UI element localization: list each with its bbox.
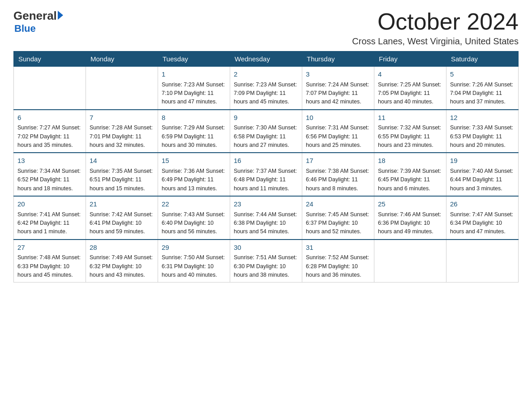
day-info: Sunrise: 7:41 AM Sunset: 6:42 PM Dayligh… — [17, 210, 82, 236]
table-row: 4Sunrise: 7:25 AM Sunset: 7:05 PM Daylig… — [374, 67, 446, 110]
title-section: October 2024 Cross Lanes, West Virginia,… — [352, 9, 519, 47]
day-number: 1 — [162, 69, 226, 80]
table-row: 27Sunrise: 7:48 AM Sunset: 6:33 PM Dayli… — [14, 240, 86, 283]
day-number: 30 — [234, 243, 298, 253]
day-info: Sunrise: 7:31 AM Sunset: 6:56 PM Dayligh… — [306, 124, 370, 150]
col-header-saturday: Saturday — [446, 51, 519, 67]
col-header-monday: Monday — [86, 51, 158, 67]
day-number: 17 — [306, 156, 370, 166]
day-number: 10 — [306, 113, 370, 123]
table-row: 22Sunrise: 7:43 AM Sunset: 6:40 PM Dayli… — [158, 196, 230, 240]
day-info: Sunrise: 7:26 AM Sunset: 7:04 PM Dayligh… — [450, 81, 515, 107]
table-row: 6Sunrise: 7:27 AM Sunset: 7:02 PM Daylig… — [14, 110, 86, 153]
table-row: 21Sunrise: 7:42 AM Sunset: 6:41 PM Dayli… — [86, 196, 158, 240]
day-info: Sunrise: 7:29 AM Sunset: 6:59 PM Dayligh… — [162, 124, 226, 150]
day-number: 19 — [450, 156, 515, 166]
logo-arrow-icon — [58, 11, 63, 20]
col-header-friday: Friday — [374, 51, 446, 67]
table-row: 31Sunrise: 7:52 AM Sunset: 6:28 PM Dayli… — [302, 240, 374, 283]
table-row: 9Sunrise: 7:30 AM Sunset: 6:58 PM Daylig… — [230, 110, 302, 153]
table-row — [14, 67, 86, 110]
table-row — [374, 240, 446, 283]
table-row: 18Sunrise: 7:39 AM Sunset: 6:45 PM Dayli… — [374, 153, 446, 196]
calendar-table: Sunday Monday Tuesday Wednesday Thursday… — [13, 51, 519, 283]
day-number: 25 — [378, 199, 442, 210]
table-row: 17Sunrise: 7:38 AM Sunset: 6:46 PM Dayli… — [302, 153, 374, 196]
table-row: 30Sunrise: 7:51 AM Sunset: 6:30 PM Dayli… — [230, 240, 302, 283]
day-info: Sunrise: 7:32 AM Sunset: 6:55 PM Dayligh… — [378, 124, 442, 150]
day-info: Sunrise: 7:51 AM Sunset: 6:30 PM Dayligh… — [234, 253, 298, 279]
day-info: Sunrise: 7:37 AM Sunset: 6:48 PM Dayligh… — [234, 167, 298, 193]
table-row: 12Sunrise: 7:33 AM Sunset: 6:53 PM Dayli… — [446, 110, 519, 153]
day-info: Sunrise: 7:25 AM Sunset: 7:05 PM Dayligh… — [378, 81, 442, 107]
table-row: 8Sunrise: 7:29 AM Sunset: 6:59 PM Daylig… — [158, 110, 230, 153]
table-row: 24Sunrise: 7:45 AM Sunset: 6:37 PM Dayli… — [302, 196, 374, 240]
calendar-week-row: 27Sunrise: 7:48 AM Sunset: 6:33 PM Dayli… — [14, 240, 519, 283]
day-number: 5 — [450, 69, 515, 80]
day-number: 23 — [234, 199, 298, 210]
day-info: Sunrise: 7:38 AM Sunset: 6:46 PM Dayligh… — [306, 167, 370, 193]
day-info: Sunrise: 7:30 AM Sunset: 6:58 PM Dayligh… — [234, 124, 298, 150]
day-number: 20 — [17, 199, 82, 210]
col-header-wednesday: Wednesday — [230, 51, 302, 67]
logo-general-text: General — [13, 9, 57, 23]
day-number: 16 — [234, 156, 298, 166]
day-number: 2 — [234, 69, 298, 80]
table-row: 26Sunrise: 7:47 AM Sunset: 6:34 PM Dayli… — [446, 196, 519, 240]
day-info: Sunrise: 7:23 AM Sunset: 7:10 PM Dayligh… — [162, 81, 226, 107]
logo-blue-text: Blue — [14, 23, 63, 34]
day-number: 6 — [17, 113, 82, 123]
day-info: Sunrise: 7:45 AM Sunset: 6:37 PM Dayligh… — [306, 210, 370, 236]
day-number: 4 — [378, 69, 442, 80]
day-number: 7 — [90, 113, 154, 123]
day-info: Sunrise: 7:49 AM Sunset: 6:32 PM Dayligh… — [90, 253, 154, 279]
day-number: 8 — [162, 113, 226, 123]
page-header: General Blue October 2024 Cross Lanes, W… — [13, 9, 519, 47]
calendar-week-row: 6Sunrise: 7:27 AM Sunset: 7:02 PM Daylig… — [14, 110, 519, 153]
day-info: Sunrise: 7:28 AM Sunset: 7:01 PM Dayligh… — [90, 124, 154, 150]
day-number: 22 — [162, 199, 226, 210]
day-info: Sunrise: 7:40 AM Sunset: 6:44 PM Dayligh… — [450, 167, 515, 193]
table-row: 5Sunrise: 7:26 AM Sunset: 7:04 PM Daylig… — [446, 67, 519, 110]
table-row: 7Sunrise: 7:28 AM Sunset: 7:01 PM Daylig… — [86, 110, 158, 153]
day-number: 29 — [162, 243, 226, 253]
day-info: Sunrise: 7:42 AM Sunset: 6:41 PM Dayligh… — [90, 210, 154, 236]
day-info: Sunrise: 7:35 AM Sunset: 6:51 PM Dayligh… — [90, 167, 154, 193]
table-row: 16Sunrise: 7:37 AM Sunset: 6:48 PM Dayli… — [230, 153, 302, 196]
table-row: 25Sunrise: 7:46 AM Sunset: 6:36 PM Dayli… — [374, 196, 446, 240]
calendar-week-row: 20Sunrise: 7:41 AM Sunset: 6:42 PM Dayli… — [14, 196, 519, 240]
day-number: 9 — [234, 113, 298, 123]
day-number: 27 — [17, 243, 82, 253]
day-info: Sunrise: 7:36 AM Sunset: 6:49 PM Dayligh… — [162, 167, 226, 193]
month-title: October 2024 — [352, 9, 519, 34]
table-row — [446, 240, 519, 283]
col-header-tuesday: Tuesday — [158, 51, 230, 67]
day-number: 31 — [306, 243, 370, 253]
day-info: Sunrise: 7:39 AM Sunset: 6:45 PM Dayligh… — [378, 167, 442, 193]
table-row: 2Sunrise: 7:23 AM Sunset: 7:09 PM Daylig… — [230, 67, 302, 110]
day-number: 18 — [378, 156, 442, 166]
table-row: 10Sunrise: 7:31 AM Sunset: 6:56 PM Dayli… — [302, 110, 374, 153]
day-info: Sunrise: 7:47 AM Sunset: 6:34 PM Dayligh… — [450, 210, 515, 236]
table-row: 15Sunrise: 7:36 AM Sunset: 6:49 PM Dayli… — [158, 153, 230, 196]
calendar-week-row: 13Sunrise: 7:34 AM Sunset: 6:52 PM Dayli… — [14, 153, 519, 196]
day-info: Sunrise: 7:33 AM Sunset: 6:53 PM Dayligh… — [450, 124, 515, 150]
table-row: 14Sunrise: 7:35 AM Sunset: 6:51 PM Dayli… — [86, 153, 158, 196]
table-row: 20Sunrise: 7:41 AM Sunset: 6:42 PM Dayli… — [14, 196, 86, 240]
logo: General Blue — [13, 9, 63, 34]
day-info: Sunrise: 7:43 AM Sunset: 6:40 PM Dayligh… — [162, 210, 226, 236]
day-number: 28 — [90, 243, 154, 253]
calendar-week-row: 1Sunrise: 7:23 AM Sunset: 7:10 PM Daylig… — [14, 67, 519, 110]
table-row: 3Sunrise: 7:24 AM Sunset: 7:07 PM Daylig… — [302, 67, 374, 110]
table-row: 28Sunrise: 7:49 AM Sunset: 6:32 PM Dayli… — [86, 240, 158, 283]
day-info: Sunrise: 7:50 AM Sunset: 6:31 PM Dayligh… — [162, 253, 226, 279]
day-number: 24 — [306, 199, 370, 210]
col-header-thursday: Thursday — [302, 51, 374, 67]
table-row: 1Sunrise: 7:23 AM Sunset: 7:10 PM Daylig… — [158, 67, 230, 110]
day-info: Sunrise: 7:27 AM Sunset: 7:02 PM Dayligh… — [17, 124, 82, 150]
col-header-sunday: Sunday — [14, 51, 86, 67]
day-number: 15 — [162, 156, 226, 166]
day-number: 21 — [90, 199, 154, 210]
day-info: Sunrise: 7:48 AM Sunset: 6:33 PM Dayligh… — [17, 253, 82, 279]
table-row: 11Sunrise: 7:32 AM Sunset: 6:55 PM Dayli… — [374, 110, 446, 153]
